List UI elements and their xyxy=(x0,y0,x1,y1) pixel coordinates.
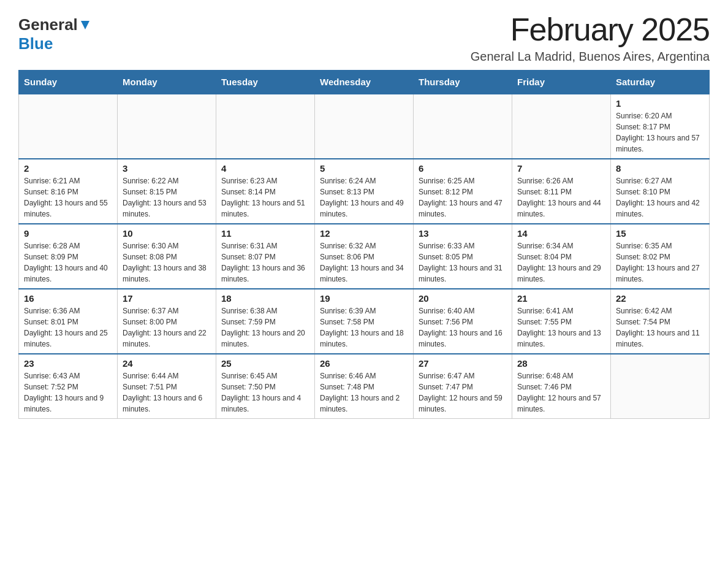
table-row xyxy=(216,94,315,159)
table-row: 7Sunrise: 6:26 AMSunset: 8:11 PMDaylight… xyxy=(512,159,611,224)
calendar-week-row: 2Sunrise: 6:21 AMSunset: 8:16 PMDaylight… xyxy=(19,159,710,224)
day-info: Sunrise: 6:37 AMSunset: 8:00 PMDaylight:… xyxy=(123,305,211,350)
calendar-header: Sunday Monday Tuesday Wednesday Thursday… xyxy=(19,71,710,94)
day-number: 20 xyxy=(419,293,507,304)
day-number: 4 xyxy=(221,163,309,174)
day-info: Sunrise: 6:23 AMSunset: 8:14 PMDaylight:… xyxy=(221,175,309,220)
day-info: Sunrise: 6:22 AMSunset: 8:15 PMDaylight:… xyxy=(123,175,211,220)
day-number: 26 xyxy=(320,358,408,369)
day-info: Sunrise: 6:30 AMSunset: 8:08 PMDaylight:… xyxy=(123,240,211,285)
col-saturday: Saturday xyxy=(611,71,710,94)
table-row: 10Sunrise: 6:30 AMSunset: 8:08 PMDayligh… xyxy=(118,224,216,289)
day-header-row: Sunday Monday Tuesday Wednesday Thursday… xyxy=(19,71,710,94)
table-row: 24Sunrise: 6:44 AMSunset: 7:51 PMDayligh… xyxy=(118,354,216,419)
table-row: 11Sunrise: 6:31 AMSunset: 8:07 PMDayligh… xyxy=(216,224,315,289)
table-row: 16Sunrise: 6:36 AMSunset: 8:01 PMDayligh… xyxy=(19,289,118,354)
calendar-week-row: 1Sunrise: 6:20 AMSunset: 8:17 PMDaylight… xyxy=(19,94,710,159)
table-row: 18Sunrise: 6:38 AMSunset: 7:59 PMDayligh… xyxy=(216,289,315,354)
day-info: Sunrise: 6:34 AMSunset: 8:04 PMDaylight:… xyxy=(517,240,605,285)
day-info: Sunrise: 6:41 AMSunset: 7:55 PMDaylight:… xyxy=(517,305,605,350)
logo-general-text: General xyxy=(18,15,78,34)
table-row: 25Sunrise: 6:45 AMSunset: 7:50 PMDayligh… xyxy=(216,354,315,419)
calendar-week-row: 23Sunrise: 6:43 AMSunset: 7:52 PMDayligh… xyxy=(19,354,710,419)
table-row: 26Sunrise: 6:46 AMSunset: 7:48 PMDayligh… xyxy=(315,354,414,419)
col-wednesday: Wednesday xyxy=(315,71,414,94)
day-info: Sunrise: 6:31 AMSunset: 8:07 PMDaylight:… xyxy=(221,240,309,285)
day-number: 18 xyxy=(221,293,309,304)
table-row: 6Sunrise: 6:25 AMSunset: 8:12 PMDaylight… xyxy=(414,159,512,224)
day-info: Sunrise: 6:40 AMSunset: 7:56 PMDaylight:… xyxy=(419,305,507,350)
day-info: Sunrise: 6:48 AMSunset: 7:46 PMDaylight:… xyxy=(517,370,605,415)
day-info: Sunrise: 6:28 AMSunset: 8:09 PMDaylight:… xyxy=(24,240,112,285)
table-row: 17Sunrise: 6:37 AMSunset: 8:00 PMDayligh… xyxy=(118,289,216,354)
day-number: 2 xyxy=(24,163,112,174)
day-number: 16 xyxy=(24,293,112,304)
col-tuesday: Tuesday xyxy=(216,71,315,94)
day-number: 1 xyxy=(616,98,704,109)
calendar-week-row: 16Sunrise: 6:36 AMSunset: 8:01 PMDayligh… xyxy=(19,289,710,354)
table-row: 2Sunrise: 6:21 AMSunset: 8:16 PMDaylight… xyxy=(19,159,118,224)
table-row: 19Sunrise: 6:39 AMSunset: 7:58 PMDayligh… xyxy=(315,289,414,354)
calendar-week-row: 9Sunrise: 6:28 AMSunset: 8:09 PMDaylight… xyxy=(19,224,710,289)
day-info: Sunrise: 6:36 AMSunset: 8:01 PMDaylight:… xyxy=(24,305,112,350)
day-number: 15 xyxy=(616,228,704,239)
day-info: Sunrise: 6:42 AMSunset: 7:54 PMDaylight:… xyxy=(616,305,704,350)
day-number: 25 xyxy=(221,358,309,369)
table-row xyxy=(118,94,216,159)
month-title: February 2025 xyxy=(471,12,710,47)
table-row xyxy=(611,354,710,419)
location-subtitle: General La Madrid, Buenos Aires, Argenti… xyxy=(471,50,710,64)
day-info: Sunrise: 6:24 AMSunset: 8:13 PMDaylight:… xyxy=(320,175,408,220)
title-block: February 2025 General La Madrid, Buenos … xyxy=(471,12,710,64)
day-number: 7 xyxy=(517,163,605,174)
table-row: 5Sunrise: 6:24 AMSunset: 8:13 PMDaylight… xyxy=(315,159,414,224)
day-number: 23 xyxy=(24,358,112,369)
day-number: 5 xyxy=(320,163,408,174)
table-row: 9Sunrise: 6:28 AMSunset: 8:09 PMDaylight… xyxy=(19,224,118,289)
col-monday: Monday xyxy=(118,71,216,94)
day-info: Sunrise: 6:33 AMSunset: 8:05 PMDaylight:… xyxy=(419,240,507,285)
svg-marker-0 xyxy=(81,21,89,29)
table-row: 13Sunrise: 6:33 AMSunset: 8:05 PMDayligh… xyxy=(414,224,512,289)
table-row xyxy=(512,94,611,159)
col-sunday: Sunday xyxy=(19,71,118,94)
table-row xyxy=(315,94,414,159)
table-row: 23Sunrise: 6:43 AMSunset: 7:52 PMDayligh… xyxy=(19,354,118,419)
day-info: Sunrise: 6:44 AMSunset: 7:51 PMDaylight:… xyxy=(123,370,211,415)
day-number: 24 xyxy=(123,358,211,369)
day-number: 11 xyxy=(221,228,309,239)
day-number: 10 xyxy=(123,228,211,239)
day-number: 22 xyxy=(616,293,704,304)
day-info: Sunrise: 6:35 AMSunset: 8:02 PMDaylight:… xyxy=(616,240,704,285)
page-header: General Blue February 2025 General La Ma… xyxy=(18,12,710,64)
day-info: Sunrise: 6:47 AMSunset: 7:47 PMDaylight:… xyxy=(419,370,507,415)
day-info: Sunrise: 6:27 AMSunset: 8:10 PMDaylight:… xyxy=(616,175,704,220)
day-info: Sunrise: 6:46 AMSunset: 7:48 PMDaylight:… xyxy=(320,370,408,415)
table-row: 27Sunrise: 6:47 AMSunset: 7:47 PMDayligh… xyxy=(414,354,512,419)
day-number: 28 xyxy=(517,358,605,369)
day-info: Sunrise: 6:20 AMSunset: 8:17 PMDaylight:… xyxy=(616,110,704,155)
table-row: 22Sunrise: 6:42 AMSunset: 7:54 PMDayligh… xyxy=(611,289,710,354)
table-row: 1Sunrise: 6:20 AMSunset: 8:17 PMDaylight… xyxy=(611,94,710,159)
day-info: Sunrise: 6:21 AMSunset: 8:16 PMDaylight:… xyxy=(24,175,112,220)
table-row: 21Sunrise: 6:41 AMSunset: 7:55 PMDayligh… xyxy=(512,289,611,354)
table-row xyxy=(414,94,512,159)
day-number: 9 xyxy=(24,228,112,239)
day-info: Sunrise: 6:45 AMSunset: 7:50 PMDaylight:… xyxy=(221,370,309,415)
table-row: 3Sunrise: 6:22 AMSunset: 8:15 PMDaylight… xyxy=(118,159,216,224)
day-number: 3 xyxy=(123,163,211,174)
calendar-body: 1Sunrise: 6:20 AMSunset: 8:17 PMDaylight… xyxy=(19,94,710,419)
day-info: Sunrise: 6:39 AMSunset: 7:58 PMDaylight:… xyxy=(320,305,408,350)
table-row: 12Sunrise: 6:32 AMSunset: 8:06 PMDayligh… xyxy=(315,224,414,289)
table-row: 4Sunrise: 6:23 AMSunset: 8:14 PMDaylight… xyxy=(216,159,315,224)
day-number: 6 xyxy=(419,163,507,174)
day-info: Sunrise: 6:26 AMSunset: 8:11 PMDaylight:… xyxy=(517,175,605,220)
day-info: Sunrise: 6:43 AMSunset: 7:52 PMDaylight:… xyxy=(24,370,112,415)
calendar-table: Sunday Monday Tuesday Wednesday Thursday… xyxy=(18,70,710,419)
table-row xyxy=(19,94,118,159)
day-number: 8 xyxy=(616,163,704,174)
table-row: 20Sunrise: 6:40 AMSunset: 7:56 PMDayligh… xyxy=(414,289,512,354)
table-row: 14Sunrise: 6:34 AMSunset: 8:04 PMDayligh… xyxy=(512,224,611,289)
day-number: 27 xyxy=(419,358,507,369)
table-row: 8Sunrise: 6:27 AMSunset: 8:10 PMDaylight… xyxy=(611,159,710,224)
